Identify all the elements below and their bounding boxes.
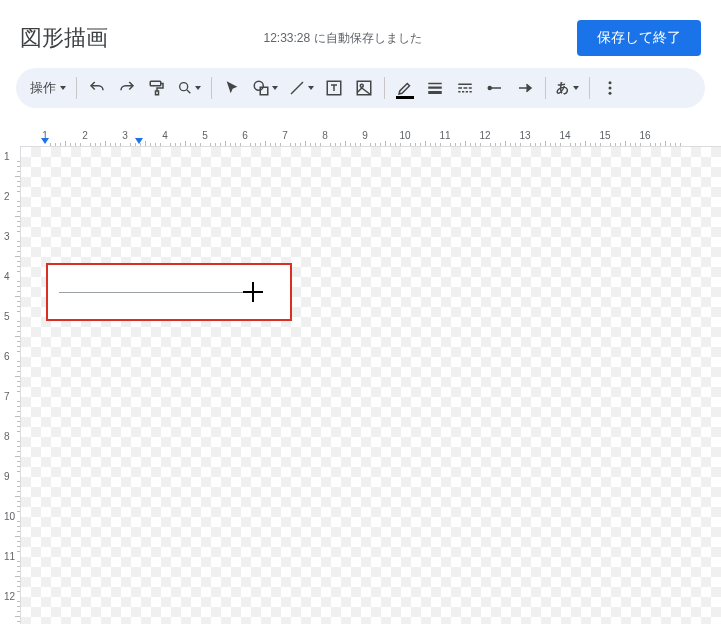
arrow-start-icon [486,79,504,97]
page-title: 図形描画 [20,23,108,53]
save-and-close-button[interactable]: 保存して終了 [577,20,701,56]
svg-rect-5 [260,87,268,95]
line-weight-icon [426,79,444,97]
chevron-down-icon [573,86,579,90]
line-menu[interactable] [284,74,318,102]
svg-rect-20 [462,91,464,93]
svg-line-3 [187,90,190,93]
separator [545,77,546,99]
arrow-end-icon [516,79,534,97]
svg-rect-13 [428,87,442,89]
line-color-button[interactable] [391,74,419,102]
horizontal-ruler: 12345678910111213141516 [20,128,721,146]
text-box-icon [325,79,343,97]
redo-icon [118,79,136,97]
more-vertical-icon [601,79,619,97]
chevron-down-icon [60,86,66,90]
svg-rect-14 [428,91,442,94]
line-dash-button[interactable] [451,74,479,102]
separator [384,77,385,99]
svg-point-4 [254,81,263,90]
undo-button[interactable] [83,74,111,102]
svg-rect-16 [458,87,462,89]
separator [76,77,77,99]
svg-point-28 [609,92,612,95]
cursor-icon [224,80,240,96]
svg-rect-15 [458,84,472,86]
svg-line-6 [291,82,303,94]
svg-point-2 [180,83,188,91]
line-icon [288,79,306,97]
line-dash-icon [456,79,474,97]
crosshair-cursor [243,282,263,302]
svg-point-11 [360,84,363,87]
chevron-down-icon [272,86,278,90]
paint-roller-icon [148,79,166,97]
chevron-down-icon [195,86,201,90]
drawing-canvas[interactable] [20,146,721,624]
actions-menu[interactable]: 操作 [26,74,70,102]
svg-rect-17 [464,87,468,89]
svg-rect-1 [156,91,159,95]
svg-point-27 [609,87,612,90]
vertical-ruler: 12345678910111213 [0,146,20,624]
svg-point-26 [609,81,612,84]
svg-point-24 [488,87,491,90]
drawn-line [59,292,259,293]
svg-rect-18 [469,87,472,89]
image-button[interactable] [350,74,378,102]
select-tool[interactable] [218,74,246,102]
undo-icon [88,79,106,97]
shape-menu[interactable] [248,74,282,102]
svg-rect-19 [458,91,460,93]
line-weight-button[interactable] [421,74,449,102]
line-start-button[interactable] [481,74,509,102]
image-icon [355,79,373,97]
separator [211,77,212,99]
svg-rect-21 [466,91,468,93]
text-box-button[interactable] [320,74,348,102]
line-end-button[interactable] [511,74,539,102]
redo-button[interactable] [113,74,141,102]
svg-rect-22 [470,91,472,93]
svg-rect-12 [428,83,442,85]
zoom-menu[interactable] [173,74,205,102]
more-menu[interactable] [596,74,624,102]
paint-format-button[interactable] [143,74,171,102]
text-format-menu[interactable]: あ [552,74,583,102]
separator [589,77,590,99]
chevron-down-icon [308,86,314,90]
toolbar: 操作 [16,68,705,108]
shape-icon [252,79,270,97]
text-format-label: あ [556,79,569,97]
zoom-icon [177,80,193,96]
autosave-status: 12:33:28 に自動保存しました [108,30,577,47]
pen-icon [396,79,414,97]
actions-menu-label: 操作 [30,79,56,97]
svg-rect-0 [150,81,161,86]
